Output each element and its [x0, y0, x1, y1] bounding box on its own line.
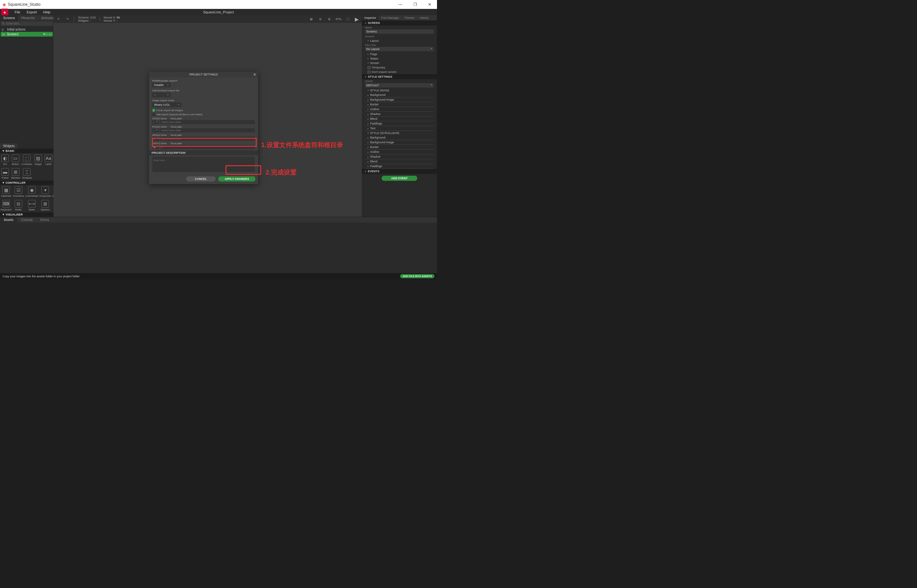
style-item[interactable]: Border	[365, 102, 434, 107]
fullscreen-button[interactable]: ⛶	[345, 16, 350, 22]
widget-group-basic: ▼ BASIC	[0, 149, 53, 153]
root-path-input[interactable]	[160, 128, 255, 132]
tab-hierarchy[interactable]: Hierarchy	[18, 15, 38, 21]
copy-icon[interactable]: ⧉	[43, 32, 45, 36]
widget-dropdown[interactable]: ▾Dropdown	[39, 185, 52, 199]
style-item[interactable]: Outline	[365, 107, 434, 112]
style-main-section[interactable]: STYLE (MAIN)	[362, 88, 437, 93]
expand-icon[interactable]: ▭	[49, 32, 52, 36]
tab-errors[interactable]: Errors	[37, 217, 53, 223]
callfunc-label: Call functions export file	[152, 89, 255, 92]
close-button[interactable]: ✕	[422, 0, 437, 9]
drive-label: POSIX Drive	[152, 126, 169, 128]
widget-container[interactable]: ⬚Container	[21, 153, 33, 167]
imgmode-select[interactable]: Binary LVGL	[152, 102, 181, 107]
tab-console[interactable]: Console	[17, 217, 37, 223]
style-item[interactable]: Outline	[365, 150, 434, 154]
zoom-level[interactable]: 87%	[336, 18, 341, 21]
tab-themes[interactable]: Themes	[402, 15, 417, 20]
force-export-checkbox[interactable]: Force export all images	[152, 109, 255, 112]
root-path-input[interactable]	[160, 137, 255, 141]
flags-section[interactable]: Flags	[362, 52, 437, 57]
widget-arc[interactable]: ◐Arc	[0, 153, 10, 167]
dialog-close-button[interactable]: ✕	[253, 73, 256, 77]
root-path-label: Root path	[171, 126, 182, 128]
temporary-checkbox[interactable]: Temporary	[362, 65, 437, 70]
style-item[interactable]: Background	[365, 93, 434, 97]
apply-changes-button[interactable]: APPLY CHANGES	[218, 176, 256, 181]
tree-initial-actions[interactable]: ▷ Initial actions	[1, 27, 53, 32]
tab-assets[interactable]: Assets	[0, 217, 17, 223]
image-icon[interactable]: ▨	[309, 16, 314, 22]
section-style-settings[interactable]: STYLE SETTINGS	[362, 74, 437, 79]
zoom-in-button[interactable]: ⊕	[327, 16, 332, 22]
undo-button[interactable]: ↶	[56, 16, 61, 22]
drive-letter-select[interactable]: -	[152, 137, 159, 141]
tab-screens[interactable]: Screens	[0, 15, 18, 21]
style-item[interactable]: Shadow	[365, 154, 434, 159]
style-scrollbar-section[interactable]: STYLE (SCROLLBAR)	[362, 131, 437, 135]
maximize-button[interactable]: ❐	[408, 0, 422, 9]
widget-colorwheel[interactable]: ◉Colorwheel	[25, 185, 39, 199]
style-item[interactable]: Background	[365, 135, 434, 140]
widget-calendar[interactable]: ▦Calendar	[0, 185, 12, 199]
style-item[interactable]: Background image	[365, 97, 434, 102]
tab-inspector[interactable]: Inspector	[362, 15, 379, 20]
style-item[interactable]: Blend	[365, 159, 434, 164]
widget-textarea[interactable]: ⌶Textarea	[21, 167, 33, 181]
widget-tabview[interactable]: ⊞Tabview	[10, 167, 21, 181]
widget-keyboard[interactable]: ⌨Keyboard	[0, 199, 12, 212]
widget-label[interactable]: AaLabel	[43, 153, 53, 167]
style-item[interactable]: Shadow	[365, 112, 434, 116]
widget-spinbox[interactable]: ⊞Spinbox	[39, 199, 52, 212]
widget-roller[interactable]: ⊟Roller	[12, 199, 25, 212]
section-screen[interactable]: SCREEN	[362, 20, 437, 26]
style-item[interactable]: Paddings	[365, 121, 434, 126]
root-path-input[interactable]	[160, 145, 255, 149]
drive-letter-select[interactable]: E:	[152, 145, 159, 149]
zoom-out-button[interactable]: ⊖	[318, 16, 323, 22]
root-path-input[interactable]	[160, 120, 255, 124]
widget-panel[interactable]: ▬Panel	[0, 167, 10, 181]
callfunc-select[interactable]: -:	[152, 93, 171, 97]
minimize-button[interactable]: —	[393, 0, 408, 9]
widget-checkbox[interactable]: ☑Checkbox	[12, 185, 25, 199]
project-desc-input[interactable]	[154, 159, 254, 162]
menu-help[interactable]: Help	[40, 10, 54, 14]
flex-flow-select[interactable]: No Layout	[365, 47, 434, 51]
tree-screen1[interactable]: ▭ Screen1 ⧉ ⌂ ▭	[1, 32, 53, 37]
screen-section[interactable]: Screen	[362, 61, 437, 65]
style-item[interactable]: Background image	[365, 140, 434, 145]
redo-button[interactable]: ↷	[65, 16, 70, 22]
tab-history[interactable]: History	[417, 15, 431, 20]
flat-export-checkbox[interactable]: Flat export (exports all files to one fo…	[152, 113, 255, 116]
style-item[interactable]: Border	[365, 145, 434, 150]
add-event-button[interactable]: ADD EVENT	[382, 176, 417, 181]
state-select[interactable]: DEFAULT	[365, 83, 434, 87]
style-item[interactable]: Text	[365, 126, 434, 131]
tab-widgets[interactable]: Widgets	[0, 143, 18, 149]
mouse-stat: Mouse X: 96Mouse Y: -	[104, 16, 120, 22]
search-input[interactable]	[6, 22, 52, 25]
section-events[interactable]: EVENTS	[362, 169, 437, 174]
drive-letter-select[interactable]: -	[152, 120, 159, 124]
tab-font-manager[interactable]: Font Manager	[379, 15, 402, 20]
states-section[interactable]: States	[362, 57, 437, 61]
layout-section[interactable]: Layout	[362, 39, 437, 43]
multilang-select[interactable]: Disable	[152, 83, 171, 87]
play-button[interactable]: ▶	[354, 16, 359, 22]
name-input[interactable]	[365, 29, 434, 34]
menu-file[interactable]: File	[11, 10, 24, 14]
add-file-button[interactable]: ADD FILE INTO ASSETS	[400, 274, 435, 278]
dont-export-checkbox[interactable]: Don't export screen	[362, 70, 437, 74]
style-item[interactable]: Paddings	[365, 164, 434, 169]
style-item[interactable]: Blend	[365, 116, 434, 121]
menu-export[interactable]: Export	[24, 10, 40, 14]
home-icon[interactable]: ⌂	[46, 32, 48, 36]
widget-slider[interactable]: ⟷Slider	[25, 199, 39, 212]
cancel-button[interactable]: CANCEL	[186, 176, 216, 181]
widget-image[interactable]: ▨Image	[33, 153, 43, 167]
root-path-label: Root path	[171, 117, 182, 120]
widget-button[interactable]: ▭Button	[10, 153, 21, 167]
drive-letter-select[interactable]: -	[152, 129, 159, 132]
